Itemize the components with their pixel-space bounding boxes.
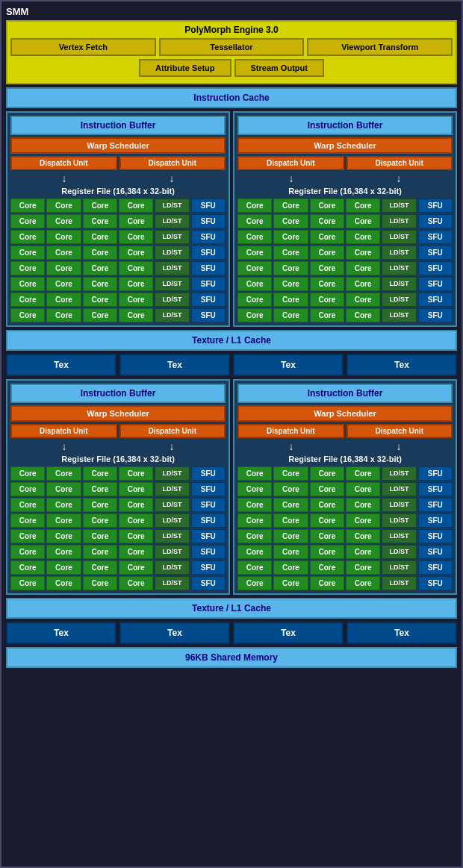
dispatch-unit-4a: Dispatch Unit: [237, 424, 344, 438]
register-file-2: Register File (16,384 x 32-bit): [237, 187, 453, 196]
ldst-cell: LD/ST: [155, 529, 189, 543]
tex-cell-4: Tex: [347, 354, 457, 376]
core-cell: Core: [119, 513, 153, 528]
core-cell: Core: [10, 466, 45, 481]
attribute-setup-btn[interactable]: Attribute Setup: [139, 59, 231, 77]
core-row: Core Core Core Core LD/ST SFU: [10, 466, 226, 481]
dispatch-row-4: Dispatch Unit Dispatch Unit: [237, 424, 453, 438]
tex-row-1: Tex Tex Tex Tex: [6, 354, 457, 376]
arrows-row-1: ↓ ↓: [10, 172, 226, 184]
sfu-cell: SFU: [418, 513, 453, 528]
sfu-cell: SFU: [191, 561, 226, 575]
ldst-cell: LD/ST: [155, 199, 189, 213]
core-cell: Core: [237, 576, 272, 590]
core-grid-2: Core Core Core Core LD/ST SFU Core Core …: [237, 199, 453, 322]
sfu-cell: SFU: [191, 199, 226, 213]
arrow-down-2a: ↓: [289, 172, 294, 184]
core-cell: Core: [119, 529, 153, 543]
sfu-cell: SFU: [418, 293, 453, 307]
core-cell: Core: [346, 576, 380, 590]
core-row: Core Core Core Core LD/ST SFU: [237, 246, 453, 260]
core-cell: Core: [46, 230, 81, 244]
arrows-row-4: ↓ ↓: [237, 440, 453, 452]
sfu-cell: SFU: [191, 529, 226, 543]
core-cell: Core: [10, 214, 45, 228]
core-cell: Core: [273, 576, 308, 590]
core-cell: Core: [237, 199, 272, 213]
sfu-cell: SFU: [418, 529, 453, 543]
ldst-cell: LD/ST: [155, 545, 189, 559]
core-cell: Core: [83, 513, 117, 528]
sfu-cell: SFU: [418, 466, 453, 481]
core-cell: Core: [46, 246, 81, 260]
tex-cell-1: Tex: [6, 354, 116, 376]
core-cell: Core: [10, 199, 45, 213]
core-cell: Core: [119, 545, 153, 559]
sfu-cell: SFU: [418, 561, 453, 575]
core-cell: Core: [119, 230, 153, 244]
sm-row-2: Instruction Buffer Warp Scheduler Dispat…: [6, 379, 457, 595]
core-row: Core Core Core Core LD/ST SFU: [10, 214, 226, 228]
ldst-cell: LD/ST: [155, 277, 189, 291]
ldst-cell: LD/ST: [155, 308, 189, 322]
core-row: Core Core Core Core LD/ST SFU: [10, 576, 226, 590]
core-row: Core Core Core Core LD/ST SFU: [10, 498, 226, 512]
core-cell: Core: [273, 529, 308, 543]
core-row: Core Core Core Core LD/ST SFU: [10, 246, 226, 260]
core-cell: Core: [310, 246, 344, 260]
sfu-cell: SFU: [418, 482, 453, 496]
core-grid-4: Core Core Core Core LD/ST SFU Core Core …: [237, 466, 453, 590]
ldst-cell: LD/ST: [382, 561, 416, 575]
sfu-cell: SFU: [418, 498, 453, 512]
core-row: Core Core Core Core LD/ST SFU: [10, 308, 226, 322]
sfu-cell: SFU: [418, 576, 453, 590]
dispatch-row-3: Dispatch Unit Dispatch Unit: [10, 424, 226, 438]
ldst-cell: LD/ST: [155, 466, 189, 481]
polymorph-title: PolyMorph Engine 3.0: [10, 25, 453, 35]
core-cell: Core: [346, 529, 380, 543]
sfu-cell: SFU: [418, 246, 453, 260]
core-row: Core Core Core Core LD/ST SFU: [10, 513, 226, 528]
tex-row-2: Tex Tex Tex Tex: [6, 622, 457, 644]
instr-buf-4: Instruction Buffer: [237, 384, 453, 403]
sm-row-1: Instruction Buffer Warp Scheduler Dispat…: [6, 111, 457, 327]
core-cell: Core: [273, 261, 308, 275]
sfu-cell: SFU: [191, 246, 226, 260]
core-cell: Core: [237, 561, 272, 575]
core-row: Core Core Core Core LD/ST SFU: [10, 529, 226, 543]
core-row: Core Core Core Core LD/ST SFU: [10, 545, 226, 559]
core-cell: Core: [273, 561, 308, 575]
core-row: Core Core Core Core LD/ST SFU: [10, 261, 226, 275]
core-cell: Core: [273, 513, 308, 528]
smm-container: SMM PolyMorph Engine 3.0 Vertex Fetch Te…: [0, 0, 463, 868]
dispatch-row-1: Dispatch Unit Dispatch Unit: [10, 156, 226, 170]
core-cell: Core: [119, 261, 153, 275]
sfu-cell: SFU: [418, 199, 453, 213]
core-cell: Core: [46, 466, 81, 481]
polymorph-row2: Attribute Setup Stream Output: [10, 59, 453, 77]
core-cell: Core: [46, 482, 81, 496]
core-cell: Core: [10, 293, 45, 307]
sm-block-2: Instruction Buffer Warp Scheduler Dispat…: [233, 111, 457, 327]
core-cell: Core: [310, 293, 344, 307]
ldst-cell: LD/ST: [155, 576, 189, 590]
sfu-cell: SFU: [191, 293, 226, 307]
sm-block-3: Instruction Buffer Warp Scheduler Dispat…: [6, 379, 230, 595]
viewport-transform-btn[interactable]: Viewport Transform: [307, 38, 453, 56]
sfu-cell: SFU: [418, 261, 453, 275]
core-cell: Core: [346, 498, 380, 512]
tessellator-btn[interactable]: Tessellator: [159, 38, 305, 56]
texture-cache-1: Texture / L1 Cache: [6, 330, 457, 351]
core-cell: Core: [119, 246, 153, 260]
stream-output-btn[interactable]: Stream Output: [234, 59, 324, 77]
sfu-cell: SFU: [418, 308, 453, 322]
vertex-fetch-btn[interactable]: Vertex Fetch: [10, 38, 156, 56]
sfu-cell: SFU: [191, 498, 226, 512]
core-cell: Core: [310, 576, 344, 590]
core-cell: Core: [237, 230, 272, 244]
arrow-down-4a: ↓: [289, 440, 294, 452]
core-row: Core Core Core Core LD/ST SFU: [237, 545, 453, 559]
core-cell: Core: [346, 482, 380, 496]
ldst-cell: LD/ST: [155, 261, 189, 275]
register-file-4: Register File (16,384 x 32-bit): [237, 455, 453, 463]
